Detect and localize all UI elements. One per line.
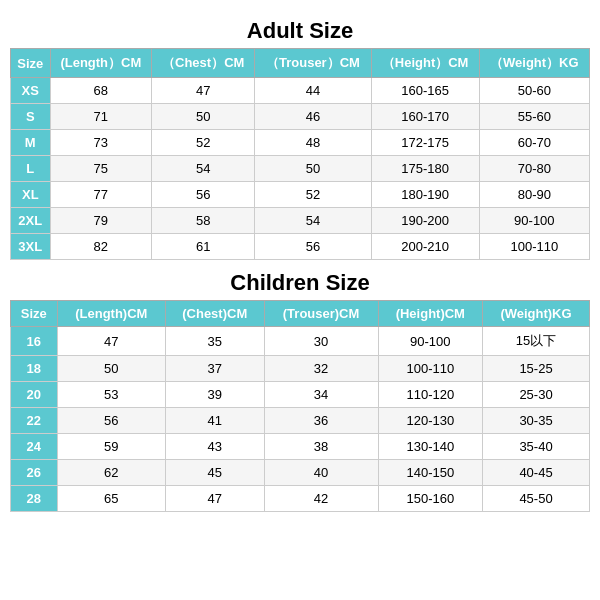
table-cell: 62 [57,460,165,486]
table-cell: 43 [165,434,264,460]
table-cell: 28 [11,486,58,512]
table-cell: 48 [255,130,371,156]
table-cell: 58 [152,208,255,234]
table-cell: 16 [11,327,58,356]
table-row: 24594338130-14035-40 [11,434,590,460]
table-cell: 160-170 [371,104,479,130]
table-cell: 71 [50,104,152,130]
adult-table: Size(Length）CM（Chest）CM（Trouser）CM（Heigh… [10,48,590,260]
table-cell: 34 [264,382,378,408]
table-cell: 44 [255,78,371,104]
table-cell: 53 [57,382,165,408]
table-row: XL775652180-19080-90 [11,182,590,208]
table-cell: 70-80 [479,156,589,182]
table-cell: 50 [255,156,371,182]
children-col-header: (Chest)CM [165,301,264,327]
table-cell: 24 [11,434,58,460]
adult-col-header: （Trouser）CM [255,49,371,78]
table-cell: 77 [50,182,152,208]
adult-col-header: （Chest）CM [152,49,255,78]
table-cell: 120-130 [378,408,482,434]
table-cell: 35-40 [483,434,590,460]
table-cell: 61 [152,234,255,260]
table-row: 20533934110-12025-30 [11,382,590,408]
table-cell: 26 [11,460,58,486]
table-cell: 90-100 [378,327,482,356]
table-cell: 55-60 [479,104,589,130]
table-cell: 50 [57,356,165,382]
table-cell: 56 [57,408,165,434]
table-cell: 100-110 [378,356,482,382]
table-row: L755450175-18070-80 [11,156,590,182]
table-row: M735248172-17560-70 [11,130,590,156]
table-cell: 38 [264,434,378,460]
table-row: S715046160-17055-60 [11,104,590,130]
children-col-header: (Trouser)CM [264,301,378,327]
table-cell: 68 [50,78,152,104]
table-cell: 25-30 [483,382,590,408]
table-cell: 40-45 [483,460,590,486]
adult-header-row: Size(Length）CM（Chest）CM（Trouser）CM（Heigh… [11,49,590,78]
table-cell: 160-165 [371,78,479,104]
table-cell: 50 [152,104,255,130]
children-col-header: (Height)CM [378,301,482,327]
table-cell: 80-90 [479,182,589,208]
table-cell: 2XL [11,208,51,234]
table-row: 28654742150-16045-50 [11,486,590,512]
table-cell: XS [11,78,51,104]
table-cell: 73 [50,130,152,156]
table-cell: 37 [165,356,264,382]
table-row: 3XL826156200-210100-110 [11,234,590,260]
table-cell: 52 [152,130,255,156]
table-cell: 100-110 [479,234,589,260]
adult-section: Adult Size Size(Length）CM（Chest）CM（Trous… [10,10,590,260]
adult-col-header: （Weight）KG [479,49,589,78]
adult-title: Adult Size [10,10,590,48]
table-cell: 65 [57,486,165,512]
table-cell: 39 [165,382,264,408]
table-cell: 140-150 [378,460,482,486]
table-cell: 20 [11,382,58,408]
children-header-row: Size(Length)CM(Chest)CM(Trouser)CM(Heigh… [11,301,590,327]
table-cell: 30-35 [483,408,590,434]
table-cell: 47 [152,78,255,104]
children-title: Children Size [10,262,590,300]
children-col-header: Size [11,301,58,327]
table-cell: 59 [57,434,165,460]
table-row: 1647353090-10015以下 [11,327,590,356]
children-table: Size(Length)CM(Chest)CM(Trouser)CM(Heigh… [10,300,590,512]
children-col-header: (Weight)KG [483,301,590,327]
table-cell: 18 [11,356,58,382]
table-cell: 30 [264,327,378,356]
table-cell: 50-60 [479,78,589,104]
adult-col-header: （Height）CM [371,49,479,78]
adult-col-header: (Length）CM [50,49,152,78]
adult-col-header: Size [11,49,51,78]
table-cell: 180-190 [371,182,479,208]
table-cell: 54 [255,208,371,234]
table-cell: L [11,156,51,182]
table-cell: 75 [50,156,152,182]
table-cell: 46 [255,104,371,130]
table-cell: 35 [165,327,264,356]
table-cell: 36 [264,408,378,434]
table-cell: 190-200 [371,208,479,234]
table-cell: 175-180 [371,156,479,182]
table-row: 22564136120-13030-35 [11,408,590,434]
table-cell: 52 [255,182,371,208]
table-cell: XL [11,182,51,208]
table-row: 26624540140-15040-45 [11,460,590,486]
table-cell: 15以下 [483,327,590,356]
children-section: Children Size Size(Length)CM(Chest)CM(Tr… [10,262,590,512]
table-cell: 200-210 [371,234,479,260]
table-row: XS684744160-16550-60 [11,78,590,104]
table-cell: 40 [264,460,378,486]
table-cell: 82 [50,234,152,260]
table-cell: 130-140 [378,434,482,460]
children-col-header: (Length)CM [57,301,165,327]
table-cell: 47 [57,327,165,356]
table-cell: 41 [165,408,264,434]
table-cell: S [11,104,51,130]
table-cell: M [11,130,51,156]
table-cell: 32 [264,356,378,382]
